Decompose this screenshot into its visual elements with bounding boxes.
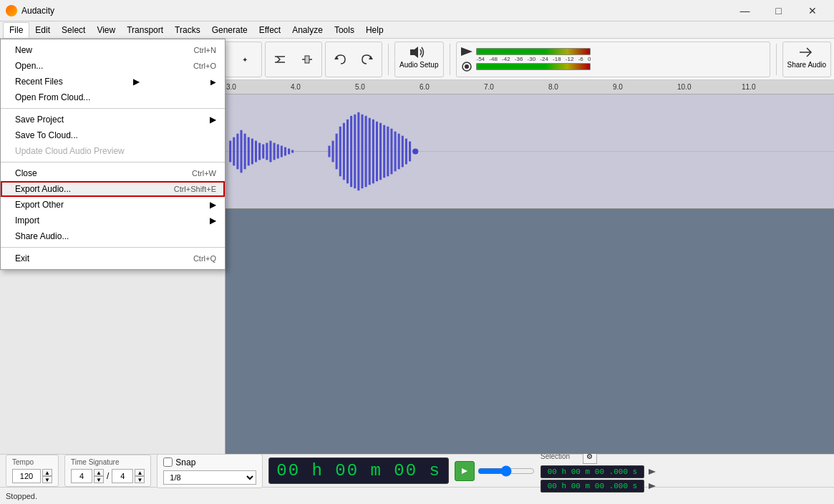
menu-edit[interactable]: Edit (29, 22, 56, 38)
toolbar-sep-3 (776, 44, 777, 75)
menu-close[interactable]: Close Ctrl+W (1, 165, 225, 181)
trim-btn[interactable] (267, 47, 293, 72)
svg-marker-72 (649, 469, 656, 475)
undo-btn[interactable] (327, 47, 353, 72)
menu-save-cloud[interactable]: Save To Cloud... (1, 127, 225, 143)
share-audio-label: Share Audio (787, 61, 827, 69)
tempo-up-btn[interactable]: ▲ (42, 469, 52, 476)
menu-export-audio-label: Export Audio... (15, 184, 71, 194)
menu-import-arrow: ▶ (210, 215, 216, 226)
svg-rect-40 (277, 145, 279, 159)
snap-label[interactable]: Snap (175, 457, 195, 467)
maximize-button[interactable]: □ (762, 0, 795, 21)
svg-rect-65 (398, 134, 400, 170)
svg-rect-61 (383, 125, 385, 178)
menu-share-audio-label: Share Audio... (15, 231, 69, 241)
time-sig-den-up-btn[interactable]: ▲ (135, 469, 145, 476)
menu-close-label: Close (15, 168, 37, 178)
menu-open-cloud[interactable]: Open From Cloud... (1, 89, 225, 105)
multi-tool-btn[interactable]: ✦ (234, 47, 260, 72)
time-sig-num-input[interactable] (71, 469, 92, 483)
svg-rect-50 (343, 123, 345, 180)
close-button[interactable]: ✕ (796, 0, 828, 21)
svg-rect-33 (251, 139, 253, 165)
menu-sep-1 (1, 108, 225, 109)
undo-redo-group (325, 42, 382, 77)
svg-rect-62 (387, 127, 389, 177)
menu-effect[interactable]: Effect (253, 22, 286, 38)
speed-slider[interactable] (477, 467, 535, 475)
vu-meter-area: -54-48-42-36-30-24-18-12-60 (456, 42, 770, 77)
menu-exit-shortcut: Ctrl+Q (193, 254, 216, 263)
svg-rect-63 (390, 129, 392, 175)
status-bar: Stopped. (0, 487, 834, 504)
ruler-mark-6: 6.0 (420, 83, 430, 91)
svg-rect-58 (372, 120, 374, 183)
silence-btn[interactable] (294, 47, 320, 72)
menu-save-project[interactable]: Save Project ▶ (1, 112, 225, 127)
selection-start-value: 00 h 00 m 00 .000 s (540, 465, 644, 478)
menu-select[interactable]: Select (56, 22, 91, 38)
menu-generate[interactable]: Generate (206, 22, 253, 38)
selection-area: Selection ⚙ 00 h 00 m 00 .000 s 00 h 00 … (540, 450, 657, 493)
menu-exit[interactable]: Exit Ctrl+Q (1, 251, 225, 266)
svg-rect-66 (402, 136, 404, 168)
selection-end-row: 00 h 00 m 00 .000 s (540, 480, 657, 493)
menu-analyze[interactable]: Analyze (286, 22, 329, 38)
minimize-button[interactable]: — (729, 0, 761, 21)
svg-rect-34 (255, 141, 257, 163)
menu-export-other[interactable]: Export Other ▶ (1, 197, 225, 213)
time-sig-num-up-btn[interactable]: ▲ (94, 469, 104, 476)
play-btn[interactable] (455, 461, 475, 481)
time-sig-den-down-btn[interactable]: ▼ (135, 476, 145, 483)
tempo-input[interactable] (12, 469, 41, 483)
status-text: Stopped. (6, 492, 37, 500)
snap-checkbox[interactable] (163, 457, 173, 467)
svg-rect-44 (291, 150, 294, 153)
title-bar: Audacity — □ ✕ (0, 0, 834, 21)
svg-rect-51 (346, 120, 349, 183)
svg-text:✦: ✦ (242, 56, 248, 64)
audio-setup-group[interactable]: Audio Setup (394, 42, 444, 77)
menu-help[interactable]: Help (360, 22, 389, 38)
menu-view[interactable]: View (91, 22, 121, 38)
menu-open[interactable]: Open... Ctrl+O (1, 58, 225, 74)
menu-transport[interactable]: Transport (121, 22, 169, 38)
menu-tracks[interactable]: Tracks (169, 22, 206, 38)
bottom-gray-area (226, 209, 834, 454)
time-sig-num-down-btn[interactable]: ▼ (94, 476, 104, 483)
title-bar-left: Audacity (6, 5, 54, 16)
playback-vu-bar (476, 48, 591, 55)
menu-import[interactable]: Import ▶ (1, 213, 225, 228)
svg-marker-22 (461, 47, 472, 56)
svg-rect-57 (369, 118, 371, 185)
ruler-mark-3: 3.0 (226, 83, 236, 91)
menu-recent-arrow: ▶ (133, 77, 140, 87)
menu-export-audio[interactable]: Export Audio... Ctrl+Shift+E (1, 181, 225, 197)
menu-share-audio[interactable]: Share Audio... (1, 228, 225, 244)
toolbar-sep-1 (388, 44, 389, 75)
selection-end-arrow (647, 480, 657, 492)
audio-setup-label: Audio Setup (399, 61, 439, 69)
ruler-mark-10: 10.0 (677, 83, 691, 91)
svg-rect-60 (379, 123, 382, 180)
snap-select[interactable]: 1/8 (163, 470, 256, 485)
time-sig-divider: / (107, 471, 109, 481)
share-audio-group[interactable]: Share Audio (782, 42, 832, 77)
record-vu-bar (476, 63, 591, 70)
svg-rect-18 (305, 56, 309, 63)
menu-tools[interactable]: Tools (329, 22, 360, 38)
time-sig-den-input[interactable] (112, 469, 133, 483)
menu-new[interactable]: New Ctrl+N (1, 42, 225, 58)
menu-open-label: Open... (15, 61, 43, 71)
toolbar-sep-2 (450, 44, 450, 75)
transport-controls (455, 461, 535, 481)
menu-exit-label: Exit (15, 253, 29, 263)
menu-recent-files[interactable]: Recent Files ▶ (1, 74, 225, 89)
tempo-group: Tempo ▲ ▼ (6, 455, 59, 487)
ruler-mark-4: 4.0 (291, 83, 301, 91)
svg-rect-27 (229, 141, 231, 163)
redo-btn[interactable] (354, 47, 380, 72)
menu-file[interactable]: File (3, 22, 29, 38)
tempo-down-btn[interactable]: ▼ (42, 476, 52, 483)
